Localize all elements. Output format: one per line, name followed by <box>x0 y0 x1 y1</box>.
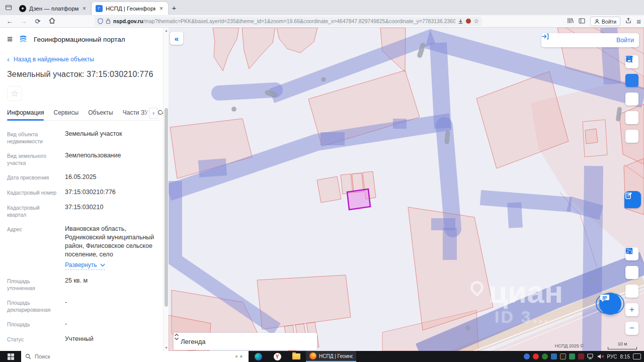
share-icon[interactable] <box>625 18 631 25</box>
explorer-taskbar-icon[interactable] <box>287 351 306 362</box>
zoom-in-button[interactable]: + <box>625 303 638 316</box>
field-value: Ивановская область, Родниковский муницип… <box>58 225 161 270</box>
panel-scrollbar[interactable]: ▲ ▼ <box>163 28 169 351</box>
browser-tab-dzen[interactable]: ✦ Дзен — платформа для просм × <box>15 2 92 15</box>
map-login-button[interactable]: Войти <box>541 33 639 47</box>
field-row: Кадастровый квартал37:15:030210 <box>7 203 161 218</box>
parcel-title: Земельный участок: 37:15:030210:776 <box>7 70 161 79</box>
volume-muted-icon[interactable] <box>597 353 604 359</box>
chat-assistant-button[interactable] <box>596 290 624 317</box>
network-icon[interactable] <box>587 353 594 359</box>
dzen-favicon: ✦ <box>19 5 26 12</box>
tab-title: Дзен — платформа для просм <box>29 6 78 12</box>
field-label: Кадастровый номер <box>7 188 58 197</box>
notification-center-icon[interactable] <box>633 353 641 359</box>
print-button[interactable] <box>625 130 638 143</box>
scrollbar-thumb[interactable] <box>165 108 168 307</box>
list-all-tabs-icon[interactable] <box>2 1 15 14</box>
sidebar-icon[interactable] <box>579 18 585 25</box>
scroll-down-icon[interactable]: ▼ <box>164 345 169 351</box>
tabs-scroll-arrow[interactable]: › <box>149 108 158 119</box>
tab-services[interactable]: Сервисы <box>53 109 78 116</box>
coordinate-search-button[interactable] <box>625 285 638 298</box>
menu-icon[interactable]: ≡ <box>636 17 641 26</box>
minimap-button[interactable] <box>625 266 638 279</box>
tray-icon[interactable] <box>560 353 566 359</box>
back-icon[interactable]: ← <box>4 18 15 25</box>
field-row: Кадастровый номер37:15:030210:776 <box>7 188 161 197</box>
windows-logo-icon <box>8 353 14 360</box>
toolbar-right: Войти ≡ <box>567 17 641 26</box>
field-value: Земельный участок <box>58 130 161 145</box>
search-input[interactable] <box>35 353 231 359</box>
edge-taskbar-icon[interactable] <box>249 351 268 362</box>
favorite-star-icon[interactable]: ☆ <box>7 86 22 101</box>
tab-information[interactable]: Информация <box>7 109 44 116</box>
bookmark-star-icon[interactable]: ☆ <box>473 18 479 25</box>
account-login-button[interactable]: Войти <box>590 17 620 26</box>
address-expand-link[interactable]: Развернуть <box>65 261 105 270</box>
field-row: Площадь уточненная25 кв. м <box>7 277 161 292</box>
tray-icon[interactable] <box>578 353 584 359</box>
close-tab-icon[interactable]: × <box>82 5 87 12</box>
map-canvas[interactable] <box>169 28 644 351</box>
start-button[interactable] <box>0 351 21 362</box>
scroll-up-icon[interactable]: ▲ <box>164 28 169 34</box>
field-value: - <box>58 320 161 328</box>
field-label: Площадь декларированная <box>7 298 58 313</box>
lock-icon <box>106 18 111 24</box>
zoom-out-button[interactable]: − <box>625 322 638 335</box>
map-viewport[interactable]: циан ID 3… « Войти <box>169 28 644 351</box>
tab-parts[interactable]: Части ЗУ <box>123 109 148 116</box>
reload-icon[interactable]: ⟳ <box>32 18 43 25</box>
save-page-icon[interactable] <box>458 19 463 24</box>
close-tab-icon[interactable]: × <box>158 5 164 12</box>
forward-icon[interactable]: → <box>18 18 29 25</box>
select-area-button[interactable] <box>625 93 638 106</box>
portal-logo-icon <box>19 35 28 44</box>
yandex-taskbar-icon[interactable]: Y <box>268 351 287 362</box>
tab-objects[interactable]: Объекты <box>88 109 113 116</box>
measure-ruler-button[interactable] <box>625 74 638 87</box>
browser-tabstrip: ✦ Дзен — платформа для просм × Г НСПД | … <box>0 0 644 15</box>
field-value: Землепользование <box>58 151 161 166</box>
field-label: Вид земельного участка <box>7 151 58 166</box>
taskbar-search[interactable]: ✦✦ <box>21 351 249 362</box>
home-icon[interactable] <box>46 18 57 25</box>
login-arrow-icon <box>541 33 549 40</box>
tab-title: НСПД | Геоинформационный <box>106 6 155 12</box>
active-app-tile[interactable]: НСПД | Геоинформа... <box>306 351 356 362</box>
tray-icon[interactable] <box>569 353 575 359</box>
browser-content: ≡ Геоинформационный портал ‹ Назад в най… <box>0 28 644 351</box>
browser-tab-nspd[interactable]: Г НСПД | Геоинформационный × <box>92 2 168 15</box>
selected-parcel[interactable] <box>347 189 370 210</box>
tracking-shield-icon[interactable] <box>98 18 103 24</box>
extension-icon[interactable] <box>466 19 471 24</box>
tray-icon[interactable] <box>542 353 548 359</box>
clock[interactable]: 8:15 <box>620 354 630 359</box>
field-row: Вид земельного участкаЗемлепользование <box>7 151 161 166</box>
back-chevron-icon: ‹ <box>7 57 10 62</box>
field-label: Кадастровый квартал <box>7 203 58 218</box>
share-map-button[interactable] <box>625 111 638 124</box>
system-tray: РУС 8:15 <box>524 351 644 362</box>
legend-bar[interactable]: Легенда <box>174 333 317 350</box>
tray-icon[interactable] <box>524 353 530 359</box>
back-to-results-link[interactable]: ‹ Назад в найденные объекты <box>7 56 161 63</box>
desktop: ✦ Дзен — платформа для просм × Г НСПД | … <box>0 0 644 362</box>
url-bar[interactable]: nspd.gov.ru/map?thematic=PKK&baseLayerId… <box>95 17 482 26</box>
field-value: 37:15:030210:776 <box>58 188 161 197</box>
attribute-list: Вид объекта недвижимостиЗемельный участо… <box>7 130 161 351</box>
library-icon[interactable] <box>567 18 574 25</box>
object-info-panel: ≡ Геоинформационный портал ‹ Назад в най… <box>0 28 169 351</box>
new-tab-button[interactable]: + <box>168 2 180 14</box>
field-label: Адрес <box>7 225 58 270</box>
tray-icon[interactable] <box>533 353 539 359</box>
feedback-widget-button[interactable] <box>624 191 641 208</box>
collapse-panel-button[interactable]: « <box>170 32 183 45</box>
language-indicator[interactable]: РУС <box>607 354 617 359</box>
portal-menu-icon[interactable]: ≡ <box>7 34 13 45</box>
tray-icon[interactable] <box>551 353 557 359</box>
nspd-favicon: Г <box>96 5 103 12</box>
legend-expand-icon <box>174 333 180 341</box>
